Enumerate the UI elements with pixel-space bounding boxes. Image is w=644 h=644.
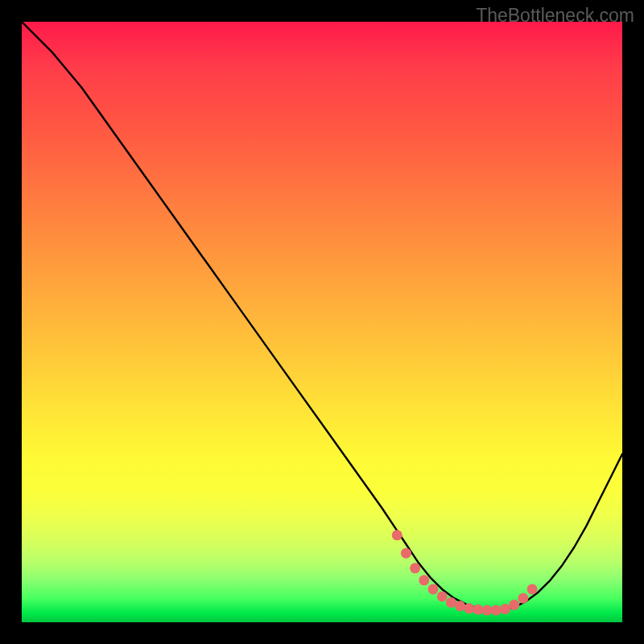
marker-dot — [491, 605, 502, 616]
marker-dot — [527, 584, 538, 594]
chart-svg — [22, 22, 622, 622]
marker-dot — [482, 605, 493, 616]
marker-dot — [446, 597, 456, 608]
marker-dot — [392, 530, 402, 540]
watermark-text: TheBottleneck.com — [476, 5, 634, 27]
marker-dot — [437, 591, 448, 601]
chart-plot-area — [22, 22, 622, 622]
marker-dot — [518, 593, 528, 604]
marker-dot — [410, 563, 420, 573]
marker-dot — [464, 603, 474, 613]
bottleneck-curve — [22, 22, 622, 610]
marker-dot — [473, 605, 483, 615]
marker-dot — [500, 604, 510, 614]
marker-dot — [509, 600, 519, 610]
marker-dot — [419, 575, 429, 585]
marker-dot — [428, 584, 439, 594]
marker-dot — [401, 548, 411, 559]
marker-dot — [455, 601, 465, 611]
